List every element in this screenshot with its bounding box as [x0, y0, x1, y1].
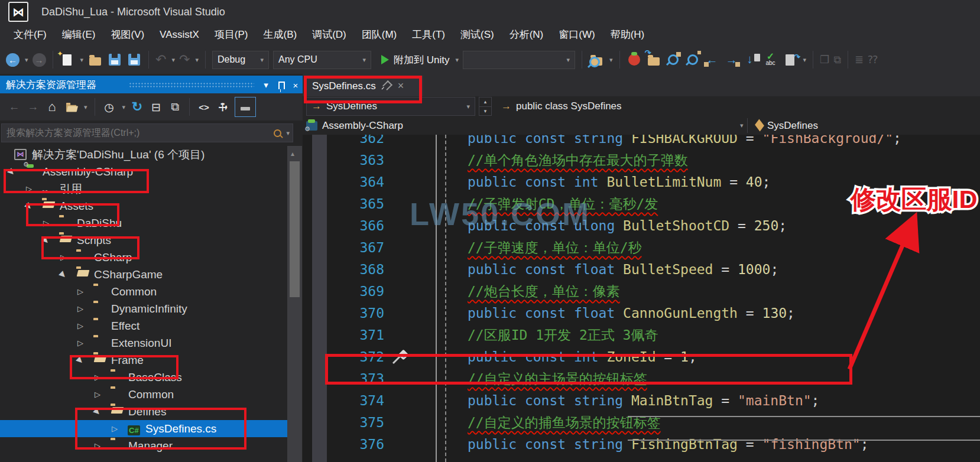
- quick-action-glyph[interactable]: [384, 346, 460, 368]
- scrollbar-thumb[interactable]: [290, 161, 300, 297]
- line-number[interactable]: 367: [327, 237, 384, 259]
- undo-button[interactable]: ↶: [155, 52, 166, 67]
- home-button[interactable]: ⌂: [45, 99, 59, 115]
- menu-item-6[interactable]: 生成(B): [256, 24, 305, 45]
- expand-icon[interactable]: ▷: [24, 184, 34, 193]
- scroll-up-icon[interactable]: ▴: [291, 149, 294, 158]
- tree-item-baseclass[interactable]: ▷BaseClass: [0, 369, 287, 386]
- switch-views-caret-icon[interactable]: ▾: [84, 103, 87, 111]
- project-caret-icon[interactable]: ▾: [740, 122, 744, 129]
- line-number[interactable]: 375: [327, 412, 384, 434]
- redo-caret-icon[interactable]: ▾: [195, 56, 199, 64]
- solution-configuration-select[interactable]: Debug▾: [212, 51, 269, 69]
- tree-item-common[interactable]: ▷Common: [0, 386, 287, 403]
- refresh-button[interactable]: ↻: [130, 99, 144, 115]
- collapse-icon[interactable]: ▶: [40, 234, 53, 247]
- open-file-button[interactable]: [87, 52, 103, 67]
- tree-item-csharpgame[interactable]: ▶CSharpGame: [0, 266, 287, 283]
- search-icon[interactable]: [274, 129, 281, 137]
- pin-button[interactable]: [274, 77, 288, 93]
- open-file-in-solution-button[interactable]: ↷: [646, 52, 661, 67]
- scope-dropdown[interactable]: →SysDefines ▾: [306, 97, 475, 116]
- tree-item-defines[interactable]: ▶Defines: [0, 403, 287, 420]
- explorer-back-button[interactable]: ←: [7, 99, 21, 115]
- navigate-back-button[interactable]: ←: [6, 53, 20, 67]
- menu-item-1[interactable]: 文件(F): [6, 24, 54, 45]
- expand-icon[interactable]: ▷: [59, 253, 68, 262]
- window-position-caret-icon[interactable]: ▾: [259, 77, 273, 93]
- tree-item-assets[interactable]: ▶Assets: [0, 197, 287, 214]
- collapse-all-button[interactable]: ⊟: [149, 99, 163, 115]
- preview-selected-items-toggle[interactable]: [235, 97, 256, 117]
- menu-item-8[interactable]: 团队(M): [354, 24, 404, 45]
- filter-caret-icon[interactable]: ▾: [122, 103, 126, 111]
- expand-icon[interactable]: ▷: [93, 441, 102, 450]
- menu-item-2[interactable]: 编辑(E): [54, 24, 103, 45]
- line-number[interactable]: 365: [327, 193, 384, 215]
- line-number[interactable]: 374: [327, 390, 384, 412]
- code-editor[interactable]: 362public const string FISHBACKGROUD = "…: [303, 135, 980, 462]
- line-number[interactable]: 376: [327, 434, 384, 456]
- menu-item-13[interactable]: 帮助(H): [603, 24, 653, 45]
- collapse-icon[interactable]: ▶: [5, 165, 18, 178]
- tree-item-assembly-csharp[interactable]: ▶Assembly-CSharp: [0, 163, 287, 180]
- navigate-forward-button[interactable]: →: [33, 53, 46, 67]
- va-navigate-forward-button[interactable]: →: [724, 52, 739, 67]
- collapse-icon[interactable]: ▶: [91, 405, 104, 418]
- spinner-up-icon[interactable]: ▴: [479, 97, 491, 107]
- member-spinner[interactable]: ▴ ▾: [479, 97, 492, 116]
- expand-icon[interactable]: ▷: [93, 390, 102, 399]
- collapse-icon[interactable]: ▶: [57, 268, 70, 281]
- expand-icon[interactable]: ▷: [93, 373, 102, 382]
- sidebar-scrollbar[interactable]: ▴: [287, 146, 302, 462]
- menu-item-7[interactable]: 调试(D): [304, 24, 354, 45]
- menu-item-4[interactable]: VAssistX: [152, 25, 207, 44]
- va-overflow-icon[interactable]: ▾: [803, 56, 807, 64]
- tree-item--dadishu-lua-6-[interactable]: ⋈解决方案'DaDiShu_Lua' (6 个项目): [0, 146, 287, 163]
- attach-to-unity-button[interactable]: 附加到 Unity ▾: [381, 53, 459, 67]
- tree-item-csharp[interactable]: ▷CSharp: [0, 249, 287, 266]
- explorer-forward-button[interactable]: →: [26, 99, 40, 115]
- vassistx-button[interactable]: [627, 52, 642, 67]
- view-code-button[interactable]: <>: [197, 99, 211, 115]
- find-in-files-button[interactable]: [589, 52, 604, 67]
- solution-explorer-search[interactable]: ▾: [1, 123, 293, 142]
- line-number[interactable]: 371: [327, 324, 384, 346]
- menu-item-3[interactable]: 视图(V): [103, 24, 152, 45]
- collapse-icon[interactable]: ▶: [22, 200, 35, 213]
- spell-check-button[interactable]: ✓abc: [763, 52, 778, 67]
- properties-button[interactable]: ⚒: [216, 99, 230, 115]
- search-input[interactable]: [2, 127, 274, 139]
- expand-icon[interactable]: ▷: [76, 287, 85, 296]
- paste-history-button[interactable]: →: [744, 52, 759, 67]
- tree-item-frame[interactable]: ▶Frame: [0, 352, 287, 369]
- context-class-name[interactable]: SysDefines: [767, 120, 818, 132]
- solution-explorer-header[interactable]: 解决方案资源管理器 ▾ ×: [0, 76, 303, 93]
- tree-item--[interactable]: ▷▪▪引用: [0, 180, 287, 197]
- member-dropdown[interactable]: → public class SysDefines: [497, 97, 627, 115]
- undo-caret-icon[interactable]: ▾: [172, 56, 176, 64]
- tab-pin-icon[interactable]: [384, 80, 391, 92]
- menu-item-11[interactable]: 分析(N): [502, 24, 551, 45]
- switch-header-source-button[interactable]: ↷: [783, 52, 798, 67]
- new-file-caret-icon[interactable]: ▾: [80, 56, 84, 64]
- line-number[interactable]: 372: [327, 346, 384, 368]
- menu-item-10[interactable]: 测试(S): [453, 24, 502, 45]
- tree-item-sysdefines-cs[interactable]: ▷C#SysDefines.cs: [0, 420, 287, 437]
- menu-item-5[interactable]: 项目(P): [207, 24, 256, 45]
- find-references-button[interactable]: [666, 52, 681, 67]
- tree-item-dynamicinfinity[interactable]: ▷DynamicInfinity: [0, 300, 287, 317]
- menu-item-9[interactable]: 工具(T): [404, 24, 453, 45]
- tab-close-icon[interactable]: ×: [398, 80, 404, 92]
- line-number[interactable]: 370: [327, 302, 384, 324]
- toolbar-search-combo[interactable]: ▾: [463, 51, 575, 69]
- line-number[interactable]: 369: [327, 281, 384, 302]
- tab-sysdefines[interactable]: SysDefines.cs ×: [305, 76, 423, 96]
- collapse-icon[interactable]: ▶: [74, 354, 87, 367]
- tree-item-dadishu[interactable]: ▷DaDiShu: [0, 214, 287, 232]
- spinner-down-icon[interactable]: ▾: [479, 107, 491, 116]
- tree-item-scripts[interactable]: ▶Scripts: [0, 232, 287, 249]
- line-number[interactable]: 366: [327, 215, 384, 237]
- line-number[interactable]: 363: [327, 149, 384, 171]
- expand-icon[interactable]: ▷: [41, 219, 51, 227]
